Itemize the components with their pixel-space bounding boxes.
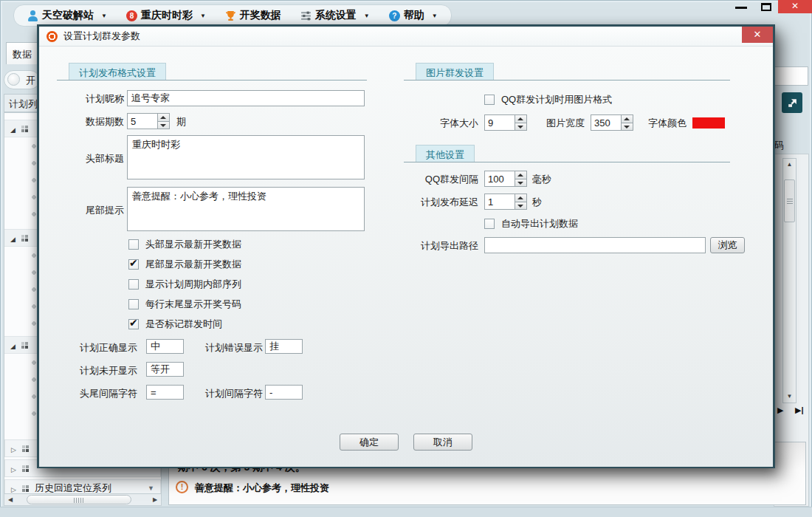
- minimize-button[interactable]: [735, 7, 747, 9]
- menu-item-account[interactable]: 天空破解站 ▼: [27, 9, 107, 22]
- checkbox[interactable]: [128, 279, 139, 290]
- menu-item-lottery[interactable]: 8 重庆时时彩 ▼: [126, 9, 206, 22]
- publish-delay-label: 计划发布延迟: [408, 196, 478, 209]
- checkbox-label: 头部显示最新开奖数据: [145, 238, 241, 251]
- toggle-label: 开: [26, 74, 35, 87]
- section-divider: [57, 80, 367, 81]
- folder-icon: [21, 445, 30, 453]
- scroll-left-arrow[interactable]: ◀: [5, 495, 16, 504]
- background-input-fragment: [774, 66, 808, 86]
- app-window: 天空破解站 ▼ 8 重庆时时彩 ▼ 开奖数据 系统设置 ▼ ? 帮助 ▼ 数据 …: [0, 0, 812, 517]
- plan-list-header: 计划列: [4, 94, 40, 112]
- spin-up-button[interactable]: [515, 171, 526, 179]
- menu-item-label: 系统设置: [315, 9, 357, 22]
- section-header-other: 其他设置: [416, 145, 475, 162]
- checkbox[interactable]: [128, 319, 139, 329]
- head-title-textarea[interactable]: 重庆时时彩: [127, 135, 365, 179]
- checkbox-row-qq-image-format[interactable]: QQ群发计划时用图片格式: [484, 94, 612, 106]
- scrollbar-thumb[interactable]: [784, 179, 795, 222]
- spin-up-button[interactable]: [158, 114, 169, 121]
- checkbox-row-line-end-number[interactable]: 每行末尾显示开奖号码: [128, 298, 241, 310]
- checkbox[interactable]: [128, 299, 139, 309]
- font-color-swatch[interactable]: [692, 117, 725, 129]
- checkbox-row-mark-send-time[interactable]: 是否标记群发时间: [128, 318, 222, 330]
- maximize-button[interactable]: [761, 3, 771, 11]
- spin-up-button[interactable]: [515, 194, 526, 202]
- chevron-down-icon[interactable]: ▼: [148, 485, 154, 492]
- play-button[interactable]: ▶: [777, 405, 783, 415]
- publish-delay-input[interactable]: [485, 194, 515, 209]
- plan-separator-input[interactable]: [265, 385, 303, 400]
- checkbox[interactable]: [128, 239, 139, 250]
- menu-item-draw-data[interactable]: 开奖数据: [225, 9, 281, 22]
- qq-interval-input[interactable]: [485, 171, 515, 186]
- partial-text-right-column: 码: [774, 139, 784, 152]
- scroll-right-arrow[interactable]: ▶: [150, 495, 160, 504]
- headtail-separator-input[interactable]: [146, 385, 184, 400]
- checkbox-row-head-draw[interactable]: 头部显示最新开奖数据: [128, 239, 241, 250]
- collapsed-arrow-icon[interactable]: [11, 463, 16, 474]
- horizontal-scrollbar[interactable]: ◀ ▶: [4, 493, 162, 506]
- dialog-title: 设置计划群发参数: [63, 30, 140, 43]
- font-size-input[interactable]: [485, 115, 515, 130]
- vertical-scrollbar[interactable]: ▲ ▼: [782, 158, 796, 403]
- expanded-arrow-icon[interactable]: [10, 122, 16, 135]
- scrollbar-grip: [787, 199, 793, 205]
- spin-down-button[interactable]: [158, 121, 169, 129]
- checkbox[interactable]: [128, 259, 139, 270]
- periods-label: 数据期数: [54, 115, 124, 129]
- spin-down-button[interactable]: [515, 202, 526, 210]
- help-icon: ?: [389, 10, 400, 21]
- section-header-plan-format: 计划发布格式设置: [69, 63, 166, 81]
- collapsed-arrow-icon[interactable]: [11, 483, 16, 494]
- scroll-up-arrow[interactable]: ▲: [783, 160, 796, 170]
- tail-tip-textarea[interactable]: 善意提醒：小心参考，理性投资: [127, 187, 365, 231]
- wrong-display-input[interactable]: [265, 339, 303, 354]
- checkbox[interactable]: [484, 95, 495, 105]
- close-dialog-button[interactable]: [742, 27, 773, 43]
- checkbox[interactable]: [484, 219, 495, 229]
- pending-display-input[interactable]: [146, 362, 184, 377]
- next-page-button[interactable]: ▶|: [795, 405, 804, 415]
- dialog-body: 计划发布格式设置 计划昵称 数据期数 期 头部标题 重庆时时彩 尾部提示 善意提…: [39, 47, 773, 467]
- browse-button[interactable]: 浏览: [710, 237, 745, 253]
- menu-item-label: 帮助: [404, 9, 424, 22]
- headtail-separator-label: 头尾间隔字符: [80, 387, 137, 400]
- badge-8-icon: 8: [126, 10, 137, 21]
- nickname-input[interactable]: [127, 90, 365, 106]
- menu-item-settings[interactable]: 系统设置 ▼: [300, 9, 370, 22]
- trophy-icon: [225, 10, 236, 21]
- expanded-arrow-icon[interactable]: [10, 231, 16, 244]
- expanded-arrow-icon[interactable]: [10, 338, 16, 352]
- warning-icon: !: [176, 481, 188, 493]
- scrollbar-thumb[interactable]: [27, 495, 131, 504]
- scroll-down-arrow[interactable]: ▼: [783, 391, 796, 402]
- folder-icon: [20, 341, 30, 349]
- dialog-send-settings: 设置计划群发参数 计划发布格式设置 计划昵称 数据期数 期 头部标题 重庆时时彩…: [37, 24, 775, 468]
- checkbox-label: 尾部显示最新开奖数据: [145, 258, 241, 271]
- notice-text: 善意提醒：小心参考，理性投资: [195, 482, 329, 495]
- checkbox-row-auto-export[interactable]: 自动导出计划数据: [484, 218, 578, 230]
- menu-item-help[interactable]: ? 帮助 ▼: [389, 9, 438, 22]
- correct-display-input[interactable]: [146, 339, 184, 354]
- background-toggle-open[interactable]: 开: [4, 70, 40, 89]
- periods-input[interactable]: [128, 114, 157, 129]
- stepper-buttons: [515, 194, 526, 209]
- background-tab-data[interactable]: 数据: [6, 42, 40, 64]
- section-divider: [404, 162, 730, 162]
- checkbox-label: 显示计划周期内部序列: [145, 278, 241, 291]
- font-size-label: 字体大小: [408, 117, 478, 130]
- expand-button[interactable]: [782, 92, 802, 113]
- ok-button[interactable]: 确定: [340, 434, 399, 451]
- checkbox-row-cycle-sequence[interactable]: 显示计划周期内部序列: [128, 278, 241, 290]
- close-window-button[interactable]: [778, 0, 812, 13]
- collapsed-arrow-icon[interactable]: [11, 443, 16, 454]
- spin-down-button[interactable]: [515, 179, 526, 187]
- export-path-input[interactable]: [484, 237, 706, 253]
- folder-icon: [21, 485, 30, 493]
- image-width-label: 图片宽度: [515, 117, 585, 130]
- cancel-button[interactable]: 取消: [413, 434, 472, 451]
- periods-stepper: [127, 113, 170, 129]
- checkbox-row-tail-draw[interactable]: 尾部显示最新开奖数据: [128, 258, 241, 270]
- qq-interval-unit: 毫秒: [532, 173, 551, 186]
